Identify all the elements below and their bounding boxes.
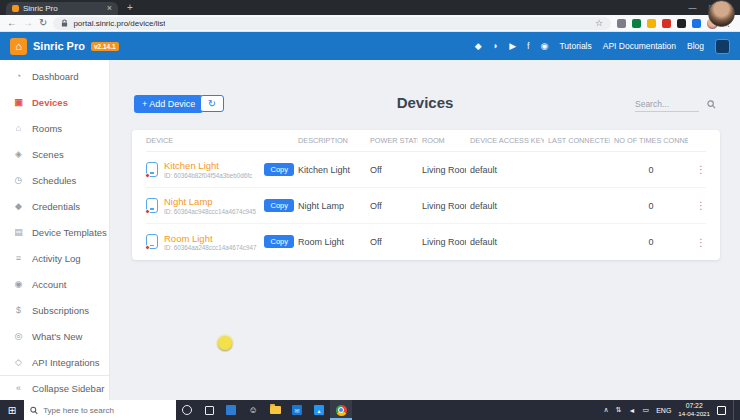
store-glyph-icon — [226, 405, 236, 415]
device-icon — [146, 162, 158, 177]
action-center-icon[interactable] — [717, 406, 726, 415]
collapse-label: Collapse Sidebar — [32, 383, 104, 394]
hidden-icons-chevron[interactable]: ∧ — [604, 406, 609, 414]
sidebar-item-whats-new[interactable]: ◎ What's New — [0, 323, 109, 349]
sidebar-item-api-integrations[interactable]: ◇ API Integrations — [0, 349, 109, 375]
row-menu-icon[interactable]: ⋮ — [692, 200, 706, 211]
taskbar-search[interactable] — [24, 400, 176, 420]
copy-id-button[interactable]: Copy — [264, 235, 294, 248]
file-explorer-icon[interactable] — [264, 400, 286, 420]
copy-id-button[interactable]: Copy — [264, 199, 294, 212]
sinric-logo[interactable]: ⌂ — [10, 38, 27, 55]
back-button[interactable]: ← — [7, 18, 17, 28]
community-icon[interactable]: ◆ — [475, 41, 482, 51]
nav-link-tutorials[interactable]: Tutorials — [559, 41, 591, 51]
forward-button[interactable]: → — [23, 18, 33, 28]
start-button[interactable]: ⊞ — [0, 405, 24, 416]
extension-icon[interactable] — [632, 19, 641, 28]
copy-id-button[interactable]: Copy — [264, 163, 294, 176]
collapse-icon: « — [13, 383, 24, 393]
sidebar-item-activity-log[interactable]: ≡ Activity Log — [0, 245, 109, 271]
search-input[interactable] — [635, 97, 699, 112]
taskbar-search-input[interactable] — [43, 406, 170, 415]
address-bar[interactable]: portal.sinric.pro/device/list ☆ — [53, 17, 611, 30]
tab-close-icon[interactable]: × — [107, 2, 112, 15]
browser-titlebar: Sinric Pro × + — □ × — [0, 0, 740, 15]
sidebar-item-schedules[interactable]: ◷ Schedules — [0, 167, 109, 193]
extension-icon[interactable] — [617, 19, 626, 28]
extension-icon[interactable] — [692, 19, 701, 28]
nav-link-blog[interactable]: Blog — [687, 41, 704, 51]
clock[interactable]: 07:22 14-04-2021 — [678, 402, 710, 419]
table-header-row: DEVICE DESCRIPTION POWER STATE ROOM DEVI… — [146, 130, 706, 152]
sidebar-item-subscriptions[interactable]: $ Subscriptions — [0, 297, 109, 323]
sidebar-items: ◔ Dashboard ▣ Devices ⌂ Rooms ◈ Scenes ◷ — [0, 60, 109, 375]
device-description: Kitchen Light — [298, 165, 366, 175]
mail-icon[interactable]: ✉ — [286, 400, 308, 420]
device-text: Kitchen Light ID: 60364b82f04f54a3beb0d6… — [164, 160, 258, 178]
subscriptions-icon: $ — [13, 305, 24, 315]
language-indicator[interactable]: ENG — [656, 407, 671, 414]
device-text: Room Light ID: 60364aa248ccc14a4674c947 — [164, 233, 258, 251]
photos-icon[interactable]: ▲ — [308, 400, 330, 420]
extension-icon[interactable] — [662, 19, 671, 28]
device-description: Night Lamp — [298, 201, 366, 211]
user-avatar[interactable] — [715, 39, 730, 54]
add-device-button[interactable]: + Add Device — [134, 95, 203, 113]
youtube-icon[interactable]: ▶ — [509, 41, 516, 51]
nav-link-api-documentation[interactable]: API Documentation — [603, 41, 676, 51]
device-text: Night Lamp ID: 60364ac948ccc14a4674c945 — [164, 196, 258, 214]
sidebar-item-account[interactable]: ◉ Account — [0, 271, 109, 297]
device-id: ID: 60364ac948ccc14a4674c945 — [164, 208, 258, 215]
sidebar-item-devices[interactable]: ▣ Devices — [0, 89, 109, 115]
account-icon: ◉ — [13, 279, 24, 289]
power-state: Off — [370, 201, 418, 211]
cortana-icon[interactable] — [176, 400, 198, 420]
bookmark-star-icon[interactable]: ☆ — [595, 18, 603, 28]
taskbar: ⊞ ☺ ✉ ▲ ∧ ⇅ ◄ ▭ ENG 07:22 14-04-2021 — [0, 400, 740, 420]
extension-icon[interactable] — [647, 19, 656, 28]
task-view-button[interactable] — [198, 400, 220, 420]
device-name: Room Light — [164, 233, 258, 244]
store-icon[interactable] — [220, 400, 242, 420]
screen: Sinric Pro × + — □ × ← → ↻ portal.sinric… — [0, 0, 740, 420]
cortana-ring-icon — [182, 405, 192, 415]
header-nav: ◆ ◗ ▶ f ◉ Tutorials API Documentation Bl… — [475, 39, 730, 54]
row-menu-icon[interactable]: ⋮ — [692, 164, 706, 175]
refresh-button[interactable]: ↻ — [200, 95, 224, 112]
sidebar-item-rooms[interactable]: ⌂ Rooms — [0, 115, 109, 141]
offline-status-dot — [145, 209, 150, 214]
collapse-sidebar-button[interactable]: « Collapse Sidebar — [0, 375, 109, 400]
discord-icon[interactable]: ◗ — [493, 41, 498, 51]
chrome-icon[interactable] — [330, 400, 352, 420]
offline-status-dot — [145, 245, 150, 250]
sidebar-item-credentials[interactable]: ◆ Credentials — [0, 193, 109, 219]
sidebar-item-scenes[interactable]: ◈ Scenes — [0, 141, 109, 167]
device-room: Living Room — [422, 201, 466, 211]
row-menu-icon[interactable]: ⋮ — [692, 237, 706, 248]
sidebar-item-label: Device Templates — [32, 227, 107, 238]
page-body: ◔ Dashboard ▣ Devices ⌂ Rooms ◈ Scenes ◷ — [0, 60, 740, 400]
volume-icon[interactable]: ◄ — [629, 407, 636, 414]
device-access-key: default — [470, 237, 544, 247]
sidebar-item-label: Activity Log — [32, 253, 81, 264]
column-header-power-state: POWER STATE — [370, 136, 418, 145]
github-icon[interactable]: ◉ — [541, 41, 549, 51]
battery-icon[interactable]: ▭ — [643, 406, 650, 414]
show-desktop-button[interactable] — [733, 400, 737, 420]
sidebar-item-device-templates[interactable]: ▤ Device Templates — [0, 219, 109, 245]
power-state: Off — [370, 165, 418, 175]
new-tab-button[interactable]: + — [127, 1, 133, 15]
sidebar-item-label: Scenes — [32, 149, 64, 160]
network-icon[interactable]: ⇅ — [616, 406, 622, 414]
scenes-icon: ◈ — [13, 149, 24, 159]
people-icon[interactable]: ☺ — [242, 400, 264, 420]
sidebar-item-label: Account — [32, 279, 66, 290]
sidebar-item-dashboard[interactable]: ◔ Dashboard — [0, 63, 109, 89]
rooms-icon: ⌂ — [13, 123, 24, 133]
reload-button[interactable]: ↻ — [39, 18, 47, 28]
browser-tab[interactable]: Sinric Pro × — [6, 2, 118, 15]
window-minimize-button[interactable]: — — [683, 0, 702, 15]
facebook-icon[interactable]: f — [527, 41, 530, 51]
extension-icon[interactable] — [677, 19, 686, 28]
